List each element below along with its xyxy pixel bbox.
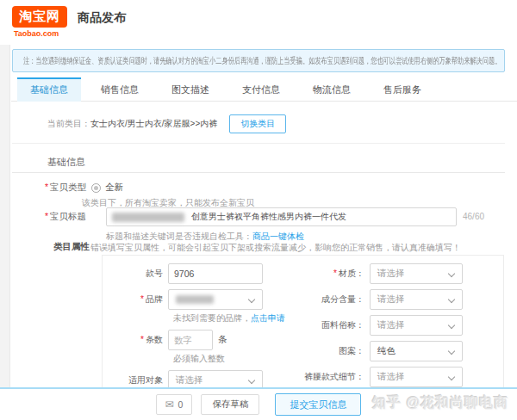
title-check-link[interactable]: 商品一键体检 <box>252 232 304 241</box>
attributes-warning: 错误填写宝贝属性，可能会引起宝贝下架或搜索流量减少，影响您的正常销售，请认真准确… <box>90 242 461 254</box>
taobao-logo-icon: 淘宝网 <box>12 6 67 28</box>
item-title-input[interactable]: 创意男士裤衩平角裤性感男内裤一件代发 <box>106 207 457 226</box>
item-type-label: *宝贝类型 <box>0 182 86 194</box>
notice-bar: 注：当您遇到缴纳保证金、资质认证类问题时，请先确认对方的淘宝小二身份后再沟通，谨… <box>12 49 505 72</box>
tab-after-sales[interactable]: 售后服务 <box>371 77 434 102</box>
page-title: 商品发布 <box>78 10 126 26</box>
unit-label: 条 <box>218 334 227 346</box>
attr-pattern-select[interactable]: 纯色 <box>370 341 463 361</box>
attr-label-fabric-name: 面料俗称： <box>299 319 370 331</box>
required-asterisk: * <box>45 211 48 221</box>
hint-link[interactable]: 点击申请 <box>251 313 285 323</box>
item-type-radio-group: 全新 <box>91 182 123 194</box>
divider <box>12 143 505 144</box>
condition-new-label: 全新 <box>105 182 123 194</box>
condition-new-radio[interactable] <box>91 183 101 193</box>
attr-fabric-name-value: 请选择 <box>377 319 405 331</box>
attr-brand-hint: 未找到需要的品牌，点击申请 <box>173 312 299 324</box>
attr-waist-style-value: 请选择 <box>377 371 405 383</box>
taobao-logo[interactable]: 淘宝网 Taobao.com <box>12 6 67 38</box>
blurred-value <box>176 295 214 304</box>
footer-bar: ✉ 0 保存草稿 提交宝贝信息 知乎 @花和尚聊电商 <box>0 387 517 420</box>
attr-brand-select[interactable] <box>168 289 263 310</box>
item-title-label: *宝贝标题 <box>0 211 86 223</box>
hint-text: 未找到需要的品牌， <box>173 313 251 323</box>
chevron-down-icon <box>448 322 455 329</box>
category-label: 当前类目： <box>47 118 90 130</box>
attr-waist-style-select[interactable]: 请选择 <box>370 367 463 387</box>
required-asterisk: * <box>45 182 48 192</box>
attr-piece-count-hint: 必须输入整数 <box>173 353 299 365</box>
section-divider <box>12 172 505 173</box>
tab-image-text[interactable]: 图文描述 <box>159 77 222 102</box>
attr-label-target-user: 适用对象 <box>103 374 168 386</box>
title-hint: 标题和描述关键词是否违规自检工具：商品一键体检 <box>106 231 304 243</box>
tab-logistics-info[interactable]: 物流信息 <box>300 77 364 102</box>
chevron-down-icon <box>448 348 455 355</box>
attributes-panel: 款号*品牌未找到需要的品牌，点击申请*条数条必须输入整数适用对象请选择*适用性别… <box>102 255 504 403</box>
attr-label-material: *材质： <box>299 268 370 280</box>
attr-label-composition: 成分含量： <box>299 293 370 306</box>
message-count: 0 <box>178 399 184 410</box>
header: 淘宝网 Taobao.com 商品发布 <box>0 0 517 45</box>
taobao-logo-subtext: Taobao.com <box>14 29 67 38</box>
attr-label-style-number: 款号 <box>103 268 168 280</box>
attr-composition-value: 请选择 <box>377 293 405 306</box>
envelope-icon: ✉ <box>165 399 174 410</box>
attr-composition-select[interactable]: 请选择 <box>370 289 463 310</box>
chevron-down-icon <box>448 296 455 303</box>
item-title-value: 创意男士裤衩平角裤性感男内裤一件代发 <box>191 211 346 223</box>
notice-text: 注：当您遇到缴纳保证金、资质认证类问题时，请先确认对方的淘宝小二身份后再沟通，谨… <box>23 55 501 67</box>
attr-label-waist-style: 裤腰款式细节： <box>299 371 370 383</box>
attr-pattern-value: 纯色 <box>377 345 396 357</box>
tab-sales-info[interactable]: 销售信息 <box>88 77 152 102</box>
submit-item-button[interactable]: 提交宝贝信息 <box>275 393 361 416</box>
chevron-down-icon <box>448 374 455 380</box>
attr-material-select[interactable]: 请选择 <box>370 263 463 284</box>
attr-target-user-value: 请选择 <box>176 374 203 386</box>
basic-section-title: 基础信息 <box>47 156 85 169</box>
title-char-counter: 46/60 <box>463 212 484 221</box>
chevron-down-icon <box>248 296 255 303</box>
tab-payment-info[interactable]: 支付信息 <box>229 77 293 102</box>
category-value: 女士内衣/男士内衣/家居服>>内裤 <box>90 118 217 130</box>
category-bar: 当前类目： 女士内衣/男士内衣/家居服>>内裤 切换类目 <box>47 114 286 134</box>
attr-style-number-input[interactable] <box>168 263 263 284</box>
attributes-label: 类目属性 <box>53 241 90 253</box>
tab-basic-info[interactable]: 基础信息 <box>17 77 81 102</box>
tabs: 基础信息销售信息图文描述支付信息物流信息售后服务 <box>17 77 505 102</box>
chevron-down-icon <box>248 377 255 384</box>
watermark: 知乎 @花和尚聊电商 <box>372 394 508 412</box>
message-count-button[interactable]: ✉ 0 <box>156 394 193 415</box>
blurred-brand-text <box>112 213 184 222</box>
attr-label-brand: *品牌 <box>103 293 168 306</box>
attr-piece-count-input[interactable] <box>168 330 213 350</box>
left-rail <box>0 45 10 420</box>
attr-label-piece-count: *条数 <box>103 334 168 346</box>
publish-page: 淘宝网 Taobao.com 商品发布 注：当您遇到缴纳保证金、资质认证类问题时… <box>0 0 517 420</box>
title-hint-text: 标题和描述关键词是否违规自检工具： <box>106 232 252 241</box>
save-draft-button[interactable]: 保存草稿 <box>201 394 259 415</box>
switch-category-button[interactable]: 切换类目 <box>229 114 286 133</box>
item-type-row: *宝贝类型 全新 <box>0 182 517 195</box>
chevron-down-icon <box>448 270 455 277</box>
attr-label-pattern: 图案： <box>299 345 370 357</box>
attr-fabric-name-select[interactable]: 请选择 <box>370 315 463 336</box>
attr-material-value: 请选择 <box>377 268 405 280</box>
hint-text: 必须输入整数 <box>173 354 225 363</box>
